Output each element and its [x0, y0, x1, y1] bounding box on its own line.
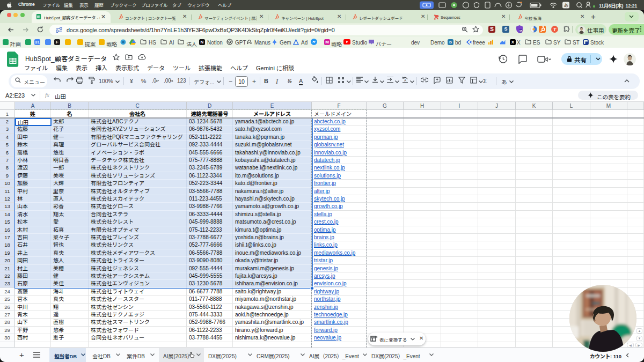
- svg-text:あ: あ: [564, 2, 568, 9]
- svg-text:15: 15: [519, 29, 522, 33]
- svg-text:A: A: [404, 79, 406, 82]
